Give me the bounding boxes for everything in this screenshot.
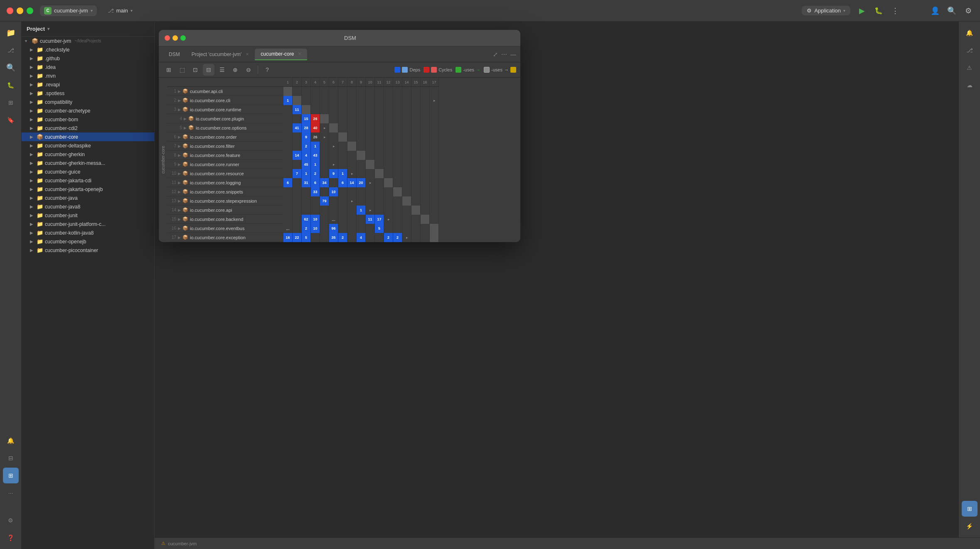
cell-17-3[interactable]: 5: [302, 233, 311, 242]
cell-11-16[interactable]: [421, 178, 430, 187]
dsm-expand-button[interactable]: ⤢: [493, 51, 498, 58]
cell-10-10[interactable]: [366, 169, 375, 178]
cell-13-17[interactable]: [430, 196, 439, 206]
cell-6-9[interactable]: [357, 132, 366, 142]
cell-10-15[interactable]: [411, 169, 421, 178]
cell-8-6[interactable]: [329, 151, 338, 160]
cell-12-4[interactable]: 33: [311, 187, 320, 196]
cell-9-4[interactable]: 1: [311, 160, 320, 169]
cell-8-12[interactable]: [384, 151, 393, 160]
cell-12-6[interactable]: 10: [329, 187, 338, 196]
cell-5-7[interactable]: [338, 123, 347, 132]
cell-13-6[interactable]: [329, 196, 338, 206]
cell-13-13[interactable]: [393, 196, 402, 206]
cell-12-13[interactable]: [393, 187, 402, 196]
dsm-row-core-snippets[interactable]: 12 ▶ 📦 io.cucumber.core.snippets: [167, 187, 283, 196]
cell-3-7[interactable]: [338, 105, 347, 114]
cell-3-11[interactable]: [375, 105, 384, 114]
cell-12-3[interactable]: [302, 187, 311, 196]
tree-item-cucumber-java8[interactable]: ▶ 📁 cucumber-java8: [22, 202, 154, 211]
cell-5-13[interactable]: [393, 123, 402, 132]
cell-15-8[interactable]: [347, 215, 357, 224]
cell-13-9[interactable]: [357, 196, 366, 206]
sidebar-icon-help[interactable]: ❓: [3, 530, 19, 546]
cell-15-12[interactable]: ▸: [384, 215, 393, 224]
cell-2-5[interactable]: [320, 96, 329, 105]
tree-item-cucumber-core[interactable]: ▶ 📦 cucumber-core: [22, 132, 154, 141]
cell-9-7[interactable]: [338, 160, 347, 169]
cell-11-13[interactable]: [393, 178, 402, 187]
cell-7-7[interactable]: [338, 142, 347, 151]
cell-6-12[interactable]: [384, 132, 393, 142]
application-run-button[interactable]: ⚙ Application ▾: [802, 6, 850, 15]
dsm-close-button[interactable]: [165, 35, 170, 41]
dsm-row-core-resource[interactable]: 10 ▶ 📦 io.cucumber.core.resource: [167, 169, 283, 178]
cell-1-8[interactable]: [347, 87, 357, 96]
cell-7-11[interactable]: [375, 142, 384, 151]
sidebar-icon-debug[interactable]: 🐛: [3, 77, 19, 93]
project-dropdown-icon[interactable]: ▾: [91, 8, 93, 13]
tree-item-cucumber-java[interactable]: ▶ 📁 cucumber-java: [22, 194, 154, 202]
cell-15-13[interactable]: [393, 215, 402, 224]
cell-14-8[interactable]: [347, 206, 357, 215]
cell-6-17[interactable]: [430, 132, 439, 142]
cell-7-12[interactable]: [384, 142, 393, 151]
cell-1-10[interactable]: [366, 87, 375, 96]
sidebar-icon-structure[interactable]: ⊞: [3, 95, 19, 110]
cell-16-1[interactable]: ...: [283, 224, 293, 233]
cell-6-15[interactable]: [411, 132, 421, 142]
branch-badge[interactable]: ⎇ main ▾: [103, 6, 137, 15]
cell-6-3[interactable]: 9: [302, 132, 311, 142]
cell-11-3[interactable]: 31: [302, 178, 311, 187]
cell-2-8[interactable]: [347, 96, 357, 105]
tree-item-revapi[interactable]: ▶ 📁 .revapi: [22, 80, 154, 89]
cell-10-14[interactable]: [402, 169, 411, 178]
tree-item-github[interactable]: ▶ 📁 .github: [22, 54, 154, 63]
cell-8-14[interactable]: [402, 151, 411, 160]
cell-13-1[interactable]: [283, 196, 293, 206]
cell-1-16[interactable]: [421, 87, 430, 96]
cell-5-17[interactable]: [430, 123, 439, 132]
tree-item-mvn[interactable]: ▶ 📁 .mvn: [22, 71, 154, 80]
cell-14-4[interactable]: [311, 206, 320, 215]
cell-14-1[interactable]: [283, 206, 293, 215]
cell-11-11[interactable]: [375, 178, 384, 187]
cell-15-4[interactable]: 10: [311, 215, 320, 224]
tree-item-checkstyle[interactable]: ▶ 📁 .checkstyle: [22, 45, 154, 54]
cell-9-5[interactable]: [320, 160, 329, 169]
cell-17-16[interactable]: [421, 233, 430, 242]
cell-16-12[interactable]: [384, 224, 393, 233]
cell-15-5[interactable]: [320, 215, 329, 224]
cell-14-7[interactable]: [338, 206, 347, 215]
cell-16-7[interactable]: [338, 224, 347, 233]
cell-1-9[interactable]: [357, 87, 366, 96]
dsm-more-button[interactable]: ⋯: [501, 51, 507, 58]
cell-4-7[interactable]: [338, 114, 347, 123]
cell-8-8[interactable]: [347, 151, 357, 160]
branch-dropdown-icon[interactable]: ▾: [131, 8, 133, 13]
toolbar-remove-button[interactable]: ⊖: [243, 64, 254, 76]
cell-4-13[interactable]: [393, 114, 402, 123]
cell-4-10[interactable]: [366, 114, 375, 123]
cell-2-6[interactable]: [329, 96, 338, 105]
cell-11-1[interactable]: 6: [283, 178, 293, 187]
cell-6-2[interactable]: [293, 132, 302, 142]
profile-button[interactable]: 👤: [930, 6, 940, 16]
cell-5-2[interactable]: 41: [293, 123, 302, 132]
cell-13-10[interactable]: [366, 196, 375, 206]
cell-1-2[interactable]: [293, 87, 302, 96]
cell-3-3[interactable]: [302, 105, 311, 114]
tree-item-spotless[interactable]: ▶ 📁 .spotless: [22, 89, 154, 98]
cell-3-16[interactable]: [421, 105, 430, 114]
cell-10-6[interactable]: 9: [329, 169, 338, 178]
cell-8-7[interactable]: [338, 151, 347, 160]
cell-6-11[interactable]: [375, 132, 384, 142]
run-button[interactable]: ▶: [857, 6, 867, 16]
cell-14-16[interactable]: [421, 206, 430, 215]
cell-12-2[interactable]: [293, 187, 302, 196]
toolbar-grid-button[interactable]: ⊞: [163, 64, 175, 76]
cell-4-3[interactable]: 15: [302, 114, 311, 123]
cell-16-15[interactable]: [411, 224, 421, 233]
cell-11-5[interactable]: 34: [320, 178, 329, 187]
cell-1-7[interactable]: [338, 87, 347, 96]
